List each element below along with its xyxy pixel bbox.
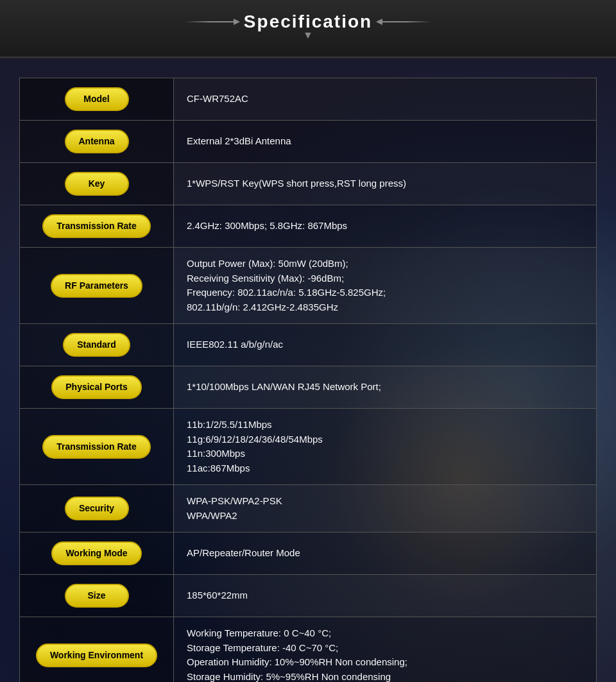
row-value-cell: WPA-PSK/WPA2-PSK WPA/WPA2 — [174, 485, 597, 533]
table-row: ModelCF-WR752AC — [20, 78, 597, 121]
table-row: Transmission Rate11b:1/2/5.5/11Mbps 11g:… — [20, 409, 597, 485]
row-label-cell: Standard — [20, 324, 174, 366]
header-line-left — [185, 21, 236, 22]
label-badge: Model — [65, 87, 129, 111]
label-badge: Key — [65, 172, 129, 196]
row-value-cell: External 2*3dBi Antenna — [174, 121, 597, 163]
label-badge: Transmission Rate — [42, 435, 151, 459]
table-row: Working ModeAP/Repeater/Router Mode — [20, 533, 597, 575]
label-badge: Working Environment — [36, 644, 157, 667]
row-label-cell: Key — [20, 163, 174, 205]
row-value-cell: 185*60*22mm — [174, 575, 597, 617]
row-label-cell: Model — [20, 78, 174, 121]
row-value-cell: Output Power (Max): 50mW (20dBm); Receiv… — [174, 248, 597, 324]
row-label-cell: Security — [20, 485, 174, 533]
table-row: AntennaExternal 2*3dBi Antenna — [20, 121, 597, 163]
label-badge: Security — [65, 497, 129, 520]
row-label-cell: Physical Ports — [20, 366, 174, 409]
label-badge: Standard — [63, 333, 130, 357]
row-value-cell: 1*10/100Mbps LAN/WAN RJ45 Network Port; — [174, 366, 597, 409]
row-label-cell: Working Mode — [20, 533, 174, 575]
row-value-cell: IEEE802.11 a/b/g/n/ac — [174, 324, 597, 366]
row-value-cell: 1*WPS/RST Key(WPS short press,RST long p… — [174, 163, 597, 205]
label-badge: Transmission Rate — [42, 214, 151, 238]
page-title: Specification — [244, 12, 372, 32]
table-row: Transmission Rate2.4GHz: 300Mbps; 5.8GHz… — [20, 205, 597, 248]
label-badge: Antenna — [65, 130, 129, 153]
row-value-cell: Working Temperature: 0 C~40 °C; Storage … — [174, 617, 597, 683]
label-badge: Working Mode — [51, 541, 141, 565]
row-label-cell: RF Parameters — [20, 248, 174, 324]
label-badge: Size — [65, 584, 129, 608]
row-value-cell: 2.4GHz: 300Mbps; 5.8GHz: 867Mbps — [174, 205, 597, 248]
table-row: Working EnvironmentWorking Temperature: … — [20, 617, 597, 683]
row-value-cell: 11b:1/2/5.5/11Mbps 11g:6/9/12/18/24/36/4… — [174, 409, 597, 485]
table-row: RF ParametersOutput Power (Max): 50mW (2… — [20, 248, 597, 324]
table-row: Physical Ports1*10/100Mbps LAN/WAN RJ45 … — [20, 366, 597, 409]
row-label-cell: Size — [20, 575, 174, 617]
label-badge: Physical Ports — [51, 375, 142, 399]
table-row: Size185*60*22mm — [20, 575, 597, 617]
table-row: StandardIEEE802.11 a/b/g/n/ac — [20, 324, 597, 366]
row-label-cell: Transmission Rate — [20, 409, 174, 485]
table-row: SecurityWPA-PSK/WPA2-PSK WPA/WPA2 — [20, 485, 597, 533]
table-row: Key1*WPS/RST Key(WPS short press,RST lon… — [20, 163, 597, 205]
row-label-cell: Transmission Rate — [20, 205, 174, 248]
row-label-cell: Antenna — [20, 121, 174, 163]
spec-table: ModelCF-WR752ACAntennaExternal 2*3dBi An… — [19, 78, 597, 682]
row-label-cell: Working Environment — [20, 617, 174, 683]
content-area: ModelCF-WR752ACAntennaExternal 2*3dBi An… — [0, 58, 616, 682]
label-badge: RF Parameters — [51, 274, 142, 298]
row-value-cell: CF-WR752AC — [174, 78, 597, 121]
page-header: Specification ▼ — [0, 0, 616, 58]
row-value-cell: AP/Repeater/Router Mode — [174, 533, 597, 575]
header-line-right — [380, 21, 431, 22]
